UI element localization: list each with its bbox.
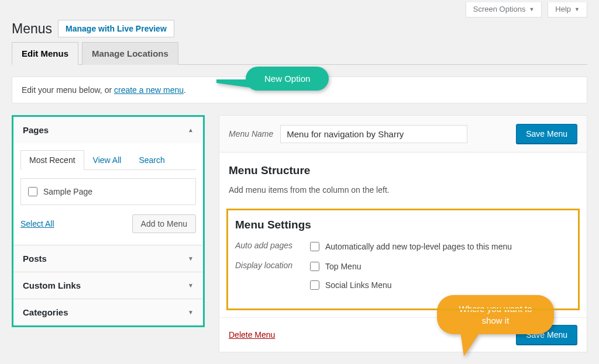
tab-manage-locations[interactable]: Manage Locations (82, 42, 178, 65)
chevron-down-icon: ▼ (574, 6, 580, 12)
auto-add-pages-label: Auto add pages (235, 240, 300, 250)
location-top-menu-checkbox[interactable] (310, 262, 319, 271)
location-top-menu-label: Top Menu (325, 262, 361, 271)
nav-tabs: Edit Menus Manage Locations New Option (12, 42, 587, 65)
menu-name-input[interactable] (280, 125, 467, 143)
menu-settings-section: Menu Settings Auto add pages Automatical… (226, 209, 580, 310)
accordion-categories-header[interactable]: Categories ▼ (13, 299, 203, 325)
chevron-up-icon: ▲ (188, 127, 194, 133)
display-location-label: Display location (235, 259, 300, 270)
help-label: Help (555, 5, 571, 13)
page-item-sample[interactable]: Sample Page (28, 185, 188, 199)
inner-tab-search[interactable]: Search (130, 150, 173, 170)
accordion-posts-title: Posts (23, 254, 47, 264)
accordion-custom-links-header[interactable]: Custom Links ▼ (13, 272, 203, 299)
auto-add-pages-option[interactable]: Automatically add new top-level pages to… (310, 240, 512, 254)
menu-name-label: Menu Name (229, 129, 273, 138)
menu-structure-title: Menu Structure (229, 164, 577, 177)
accordion-pages-title: Pages (23, 125, 49, 135)
auto-add-pages-checkbox[interactable] (310, 242, 319, 251)
notice-prefix: Edit your menu below, or (22, 85, 114, 95)
location-social-checkbox[interactable] (310, 280, 319, 290)
screen-options-label: Screen Options (473, 5, 526, 13)
location-social-option[interactable]: Social Links Menu (310, 278, 392, 292)
chevron-down-icon: ▼ (529, 6, 534, 12)
delete-menu-link[interactable]: Delete Menu (229, 330, 275, 339)
location-social-label: Social Links Menu (325, 280, 392, 290)
inner-tab-most-recent[interactable]: Most Recent (20, 150, 84, 170)
accordion-posts-header[interactable]: Posts ▼ (13, 245, 203, 272)
select-all-link[interactable]: Select All (20, 219, 54, 228)
create-new-menu-link[interactable]: create a new menu (114, 85, 184, 95)
page-item-checkbox[interactable] (28, 187, 37, 196)
page-title: Menus (12, 21, 52, 37)
tab-edit-menus[interactable]: Edit Menus (12, 42, 78, 65)
chevron-down-icon: ▼ (188, 255, 194, 262)
menu-structure-desc: Add menu items from the column on the le… (229, 185, 577, 195)
notice-suffix: . (184, 85, 186, 95)
menu-sources-panel: Pages ▲ Most Recent View All Search Samp… (12, 115, 205, 327)
live-preview-button[interactable]: Manage with Live Preview (58, 20, 174, 37)
screen-options-button[interactable]: Screen Options ▼ (466, 2, 542, 18)
help-button[interactable]: Help ▼ (548, 2, 587, 18)
annotation-new-option: New Option (246, 67, 329, 91)
location-top-menu-option[interactable]: Top Menu (310, 259, 392, 273)
save-menu-button-top[interactable]: Save Menu (516, 124, 577, 144)
accordion-custom-links-title: Custom Links (23, 280, 81, 290)
accordion-categories-title: Categories (23, 307, 68, 317)
add-to-menu-button[interactable]: Add to Menu (132, 214, 196, 233)
menu-settings-title: Menu Settings (235, 219, 571, 231)
auto-add-pages-desc: Automatically add new top-level pages to… (325, 242, 512, 251)
accordion-pages-header[interactable]: Pages ▲ (13, 117, 203, 143)
chevron-down-icon: ▼ (188, 309, 194, 316)
menu-editor-panel: Where you want to show it Menu Name Save… (219, 115, 587, 352)
page-item-label: Sample Page (43, 187, 92, 196)
inner-tab-view-all[interactable]: View All (84, 150, 130, 170)
chevron-down-icon: ▼ (188, 282, 194, 289)
